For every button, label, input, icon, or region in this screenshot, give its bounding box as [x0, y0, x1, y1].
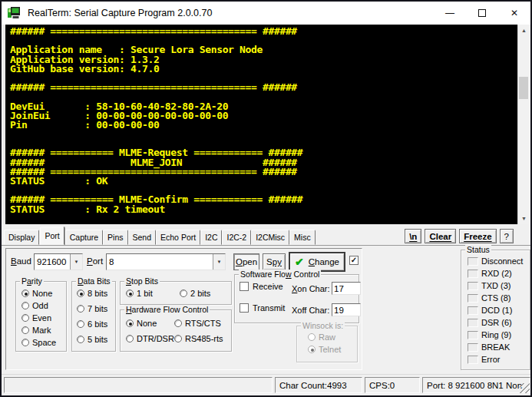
statusbar-cps: CPS:0 [365, 377, 420, 393]
tab-display[interactable]: Display [4, 230, 39, 245]
resize-grip[interactable] [520, 383, 530, 393]
receive-checkbox[interactable] [240, 282, 249, 291]
close-icon: ✕ [511, 8, 518, 18]
stop-bits-2-radio[interactable]: 2 bits [180, 289, 210, 298]
radio-icon [21, 339, 29, 346]
status-light-rxd: RXD (2) [468, 269, 512, 278]
radio-icon [174, 335, 182, 342]
app-icon [8, 7, 21, 19]
terminal-line: GitHub base version: 4.7.0 [10, 65, 517, 74]
terminal-line: STATUS : Rx 2 timeout [10, 205, 517, 214]
newline-button[interactable]: \n [405, 229, 421, 243]
open-button[interactable]: Open [233, 253, 259, 270]
radio-icon [126, 335, 134, 342]
parity-even-radio[interactable]: Even [21, 313, 51, 323]
winsock-raw-radio[interactable]: Raw [308, 332, 335, 342]
status-light-icon [468, 257, 478, 266]
terminal-output[interactable]: ###### =================================… [3, 25, 529, 224]
tab-send[interactable]: Send [128, 230, 157, 245]
transmit-checkbox-row[interactable]: Transmit [240, 303, 285, 313]
data-bits-8-radio[interactable]: 8 bits [77, 289, 107, 298]
data-bits-5-radio[interactable]: 5 bits [77, 335, 107, 344]
baud-combobox[interactable]: 921600 ▼ [34, 253, 83, 270]
status-light-txd: TXD (3) [468, 281, 511, 290]
transmit-checkbox[interactable] [240, 303, 249, 313]
hardware-flow-group-label: Hardware Flow Control [124, 305, 210, 314]
status-lights-group: Status Disconnect RXD (2) TXD (3) CTS (8… [461, 250, 530, 370]
radio-icon [180, 289, 187, 297]
status-light-icon [468, 282, 478, 290]
data-bits-group: Data Bits 8 bits 7 bits 6 bits 5 bits [71, 281, 116, 352]
change-button[interactable]: ✔ Change [289, 253, 345, 271]
radio-icon [174, 319, 182, 327]
dropdown-arrow-icon[interactable]: ▼ [70, 254, 82, 270]
status-light-cts: CTS (8) [468, 293, 511, 303]
hw-flow-rtscts-radio[interactable]: RTS/CTS [174, 319, 221, 328]
scroll-down-icon[interactable]: ▼ [518, 213, 529, 224]
parity-none-radio[interactable]: None [21, 289, 52, 298]
terminal-scrollbar[interactable]: ▲ ▼ [517, 25, 529, 224]
receive-checkbox-row[interactable]: Receive [240, 282, 283, 291]
stop-bits-1-radio[interactable]: 1 bit [126, 289, 153, 298]
terminal-lines: ###### =================================… [10, 27, 517, 224]
terminal-line: ###### =================================… [10, 27, 517, 36]
tab-i2c-2[interactable]: I2C-2 [222, 230, 251, 245]
parity-mark-radio[interactable]: Mark [21, 326, 51, 335]
status-light-icon [468, 331, 478, 339]
spy-button[interactable]: Spy [263, 253, 286, 270]
software-flow-group: Software Flow Control Receive Xon Char: … [234, 274, 359, 323]
tab-port[interactable]: Port [40, 227, 64, 245]
hw-flow-rs485-radio[interactable]: RS485-rts [174, 334, 223, 343]
xon-char-input[interactable] [332, 282, 361, 295]
tab-misc[interactable]: Misc [289, 230, 316, 245]
terminal-line [10, 130, 517, 139]
status-light-icon [468, 319, 478, 327]
check-icon: ✓ [351, 256, 357, 264]
status-light-icon [468, 306, 478, 315]
data-bits-6-radio[interactable]: 6 bits [77, 319, 107, 329]
winsock-telnet-radio[interactable]: Telnet [308, 345, 341, 354]
radio-icon [21, 289, 29, 297]
status-light-break: BREAK [468, 342, 510, 352]
tab-i2c[interactable]: I2C [200, 230, 222, 245]
maximize-button[interactable] [466, 2, 498, 25]
dropdown-arrow-icon[interactable]: ▼ [213, 254, 225, 270]
hardware-flow-group: Hardware Flow Control None RTS/CTS DTR/D… [120, 309, 232, 352]
baud-value: 921600 [35, 257, 70, 266]
terminal-line: STATUS : OK [10, 177, 517, 186]
tab-pins[interactable]: Pins [103, 230, 127, 245]
radio-icon [77, 305, 84, 313]
parity-odd-radio[interactable]: Odd [21, 301, 48, 310]
minimize-button[interactable]: — [434, 2, 466, 25]
winsock-group-label: Winsock is: [301, 321, 345, 330]
software-flow-group-label: Software Flow Control [239, 270, 321, 279]
hw-flow-none-radio[interactable]: None [126, 319, 157, 328]
scroll-up-icon[interactable]: ▲ [518, 25, 529, 36]
tab-echo-port[interactable]: Echo Port [156, 230, 200, 245]
radio-icon [21, 314, 29, 322]
tab-capture[interactable]: Capture [65, 230, 103, 245]
port-tab-content: Baud 921600 ▼ Port 8 ▼ Open Spy ✔ Change… [2, 246, 530, 374]
title-bar[interactable]: RealTerm: Serial Capture Program 2.0.0.7… [2, 2, 530, 25]
radio-icon [77, 336, 84, 343]
status-light-icon [468, 356, 478, 364]
status-bar: Char Count:4993 CPS:0 Port: 8 921600 8N1… [2, 374, 530, 395]
port-settings-panel: Baud 921600 ▼ Port 8 ▼ Open Spy ✔ Change… [5, 248, 362, 370]
data-bits-7-radio[interactable]: 7 bits [77, 304, 107, 313]
freeze-button[interactable]: Freeze [459, 229, 496, 243]
xon-char-label: Xon Char: [292, 284, 330, 293]
parity-space-radio[interactable]: Space [21, 338, 56, 347]
radio-icon [308, 333, 316, 341]
help-button[interactable]: ? [500, 229, 514, 243]
maximize-icon [478, 9, 486, 17]
hw-flow-dtrdsr-radio[interactable]: DTR/DSR [126, 334, 174, 343]
parity-group-label: Parity [20, 276, 44, 286]
xoff-char-input[interactable] [332, 303, 361, 316]
status-light-icon [468, 270, 478, 278]
tab-i2cmisc[interactable]: I2CMisc [251, 230, 289, 245]
port-change-checkbox[interactable]: ✓ [349, 256, 359, 265]
clear-button[interactable]: Clear [425, 229, 456, 243]
close-button[interactable]: ✕ [498, 2, 530, 25]
scrollbar-thumb[interactable] [519, 77, 528, 99]
port-combobox[interactable]: 8 ▼ [106, 253, 226, 270]
